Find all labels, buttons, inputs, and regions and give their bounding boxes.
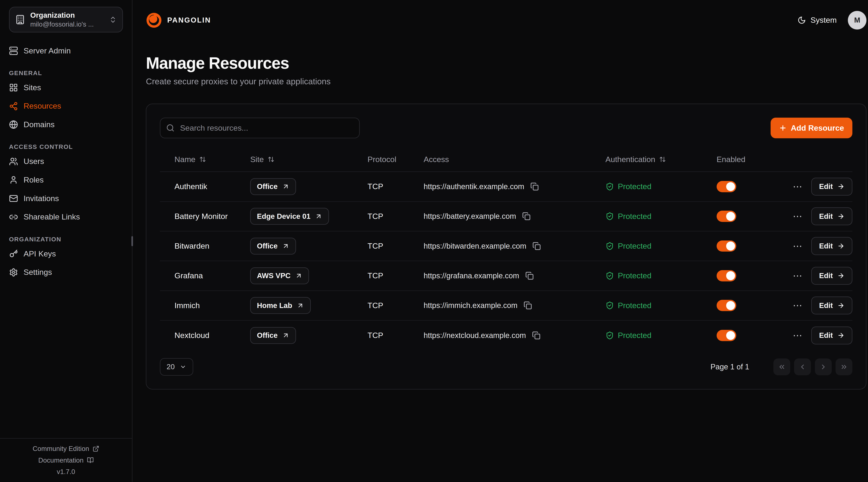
external-link-icon <box>93 445 99 452</box>
brand-name: PANGOLIN <box>167 16 211 24</box>
resource-enabled-cell: ⋯ Edit <box>717 178 852 196</box>
site-link[interactable]: Office <box>250 238 296 255</box>
documentation-link[interactable]: Documentation <box>38 456 94 464</box>
org-value: milo@fossorial.io's ... <box>30 21 104 28</box>
building-icon <box>15 14 25 25</box>
row-more-button[interactable]: ⋯ <box>790 300 805 312</box>
edit-button[interactable]: Edit <box>811 296 852 314</box>
row-more-button[interactable]: ⋯ <box>790 270 805 282</box>
sidebar-item-settings[interactable]: Settings <box>9 263 123 282</box>
globe-icon <box>9 120 18 129</box>
enabled-toggle[interactable] <box>717 300 736 311</box>
enabled-toggle[interactable] <box>717 270 736 282</box>
sidebar-item-domains[interactable]: Domains <box>9 116 123 134</box>
resource-enabled-cell: ⋯ Edit <box>717 326 852 345</box>
sidebar-resize-handle[interactable] <box>131 236 133 246</box>
sidebar-item-api-keys[interactable]: API Keys <box>9 245 123 263</box>
page-size-value: 20 <box>167 363 175 371</box>
last-page-button[interactable] <box>836 358 852 375</box>
copy-url-button[interactable] <box>529 181 540 192</box>
sidebar-item-users[interactable]: Users <box>9 152 123 171</box>
edit-button[interactable]: Edit <box>811 207 852 225</box>
next-page-button[interactable] <box>815 358 832 375</box>
sort-by-authentication-button[interactable]: Authentication <box>606 155 666 164</box>
copy-url-button[interactable] <box>531 240 542 251</box>
add-resource-button[interactable]: Add Resource <box>771 118 852 138</box>
resource-protocol: TCP <box>368 271 424 280</box>
resource-url: https://bitwarden.example.com <box>424 242 526 250</box>
resource-url: https://grafana.example.com <box>424 271 519 280</box>
server-icon <box>9 46 18 55</box>
community-edition-link[interactable]: Community Edition <box>33 445 99 452</box>
page-size-select[interactable]: 20 <box>160 358 193 376</box>
row-more-button[interactable]: ⋯ <box>790 181 805 192</box>
arrow-up-right-icon <box>282 183 289 190</box>
theme-toggle-button[interactable]: System <box>798 15 837 25</box>
moon-icon <box>798 16 806 24</box>
edit-button[interactable]: Edit <box>811 267 852 285</box>
resource-name: Immich <box>160 301 250 310</box>
search-input[interactable] <box>160 118 360 138</box>
avatar[interactable]: M <box>848 11 866 30</box>
resource-access: https://immich.example.com <box>424 300 606 311</box>
arrow-right-icon <box>837 213 844 220</box>
row-more-button[interactable]: ⋯ <box>790 211 805 222</box>
sidebar-item-label: Roles <box>24 175 44 185</box>
resource-url: https://authentik.example.com <box>424 182 524 191</box>
copy-url-button[interactable] <box>531 330 541 341</box>
resource-enabled-cell: ⋯ Edit <box>717 296 852 314</box>
resource-authentication: Protected <box>606 212 717 221</box>
pager: Page 1 of 1 <box>711 358 852 375</box>
previous-page-button[interactable] <box>794 358 811 375</box>
toggle-knob <box>726 301 735 310</box>
shield-check-icon <box>606 242 614 250</box>
copy-url-button[interactable] <box>523 300 533 311</box>
resource-access: https://grafana.example.com <box>424 270 606 281</box>
sidebar-item-label: API Keys <box>24 249 56 258</box>
resource-authentication: Protected <box>606 271 717 280</box>
sidebar-item-sites[interactable]: Sites <box>9 78 123 97</box>
first-page-button[interactable] <box>773 358 790 375</box>
enabled-toggle[interactable] <box>717 181 736 192</box>
copy-url-button[interactable] <box>524 270 535 281</box>
sort-by-site-button[interactable]: Site <box>250 155 274 164</box>
main-content: PANGOLIN System M Manage Resources Creat… <box>132 0 868 482</box>
copy-url-button[interactable] <box>521 211 532 222</box>
sidebar-item-resources[interactable]: Resources <box>9 97 123 116</box>
sort-by-name-button[interactable]: Name <box>175 155 206 164</box>
site-link[interactable]: Office <box>250 327 296 344</box>
org-selector[interactable]: Organization milo@fossorial.io's ... <box>9 7 123 33</box>
brand[interactable]: PANGOLIN <box>146 12 211 28</box>
row-more-button[interactable]: ⋯ <box>790 330 805 342</box>
sidebar-item-server-admin[interactable]: Server Admin <box>9 41 123 60</box>
sidebar-item-invitations[interactable]: Invitations <box>9 189 123 208</box>
resource-protocol: TCP <box>368 242 424 251</box>
card-footer: 20 Page 1 of 1 <box>160 358 852 376</box>
sidebar: Organization milo@fossorial.io's ... Ser… <box>0 0 132 482</box>
table-row: Immich Home Lab TCP https://immich.examp… <box>160 291 852 321</box>
resource-enabled-cell: ⋯ Edit <box>717 207 852 225</box>
edit-button[interactable]: Edit <box>811 178 852 196</box>
sidebar-item-roles[interactable]: Roles <box>9 171 123 189</box>
resources-card: Add Resource Name Site <box>146 104 866 389</box>
edit-button[interactable]: Edit <box>811 326 852 345</box>
enabled-toggle[interactable] <box>717 211 736 222</box>
resource-name: Nextcloud <box>160 331 250 340</box>
row-more-button[interactable]: ⋯ <box>790 240 805 252</box>
site-link[interactable]: Office <box>250 178 296 195</box>
edit-button[interactable]: Edit <box>811 237 852 255</box>
row-actions: ⋯ Edit <box>790 207 852 225</box>
org-text: Organization milo@fossorial.io's ... <box>30 11 104 28</box>
shield-check-icon <box>606 271 614 280</box>
enabled-toggle[interactable] <box>717 240 736 252</box>
table-row: Bitwarden Office TCP https://bitwarden.e… <box>160 231 852 261</box>
enabled-toggle[interactable] <box>717 330 736 341</box>
version-label: v1.7.0 <box>57 468 75 476</box>
site-link[interactable]: Edge Device 01 <box>250 208 329 225</box>
site-link[interactable]: AWS VPC <box>250 267 309 284</box>
site-link[interactable]: Home Lab <box>250 297 311 314</box>
arrow-up-right-icon <box>295 272 302 279</box>
sidebar-item-shareable-links[interactable]: Shareable Links <box>9 208 123 226</box>
pangolin-logo-icon <box>146 12 162 28</box>
resource-name: Bitwarden <box>160 242 250 251</box>
